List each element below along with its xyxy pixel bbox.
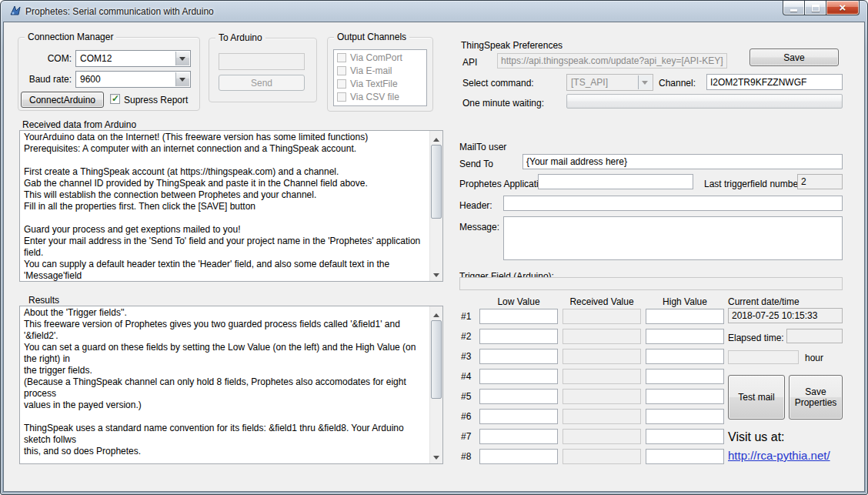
trigger-low-input-4[interactable] [479, 369, 558, 384]
trigger-row-label: #8 [461, 451, 471, 462]
prophetes-application-input[interactable] [538, 174, 693, 189]
trigger-received-input-8[interactable] [563, 449, 641, 464]
to-arduino-input[interactable] [219, 53, 305, 70]
received-data-title: Received data from Arduino [22, 119, 136, 130]
trigger-received-input-7[interactable] [563, 429, 641, 444]
via-csvfile-checkbox[interactable] [337, 92, 346, 102]
trigger-high-input-8[interactable] [646, 449, 724, 464]
via-textfile-label: Via TextFile [350, 79, 398, 89]
output-channels-listbox: Via ComPort Via E-mail Via TextFile Via … [333, 49, 427, 106]
trigger-row-label: #7 [461, 431, 471, 442]
hour-value [728, 350, 799, 364]
connect-arduino-button[interactable]: ConnectArduino [21, 92, 104, 108]
trigger-received-input-4[interactable] [563, 369, 641, 384]
trigger-received-input-1[interactable] [563, 309, 641, 324]
select-command-label: Select command: [462, 78, 534, 89]
trigger-high-input-2[interactable] [646, 329, 724, 344]
elapsed-time-value [786, 329, 843, 343]
trigger-low-input-2[interactable] [479, 329, 558, 344]
api-url-input[interactable] [497, 53, 727, 69]
trigger-low-input-6[interactable] [479, 409, 558, 424]
trigger-low-input-8[interactable] [479, 449, 558, 464]
close-button[interactable]: × [826, 1, 860, 15]
com-port-select[interactable]: COM12 [75, 50, 191, 67]
via-comport-checkbox[interactable] [337, 53, 346, 62]
scroll-down-icon[interactable] [430, 268, 442, 281]
header-input[interactable] [503, 196, 843, 211]
trigger-received-input-6[interactable] [563, 409, 641, 424]
thingspeak-preferences-title: ThingSpeak Preferences [461, 40, 563, 51]
via-textfile-checkbox[interactable] [337, 79, 346, 89]
maximize-button[interactable] [805, 1, 826, 15]
maximize-icon [812, 5, 820, 12]
channel-input[interactable] [706, 74, 843, 90]
com-port-value: COM12 [80, 53, 112, 64]
window-title: Prophetes: Serial communication with Ard… [25, 6, 214, 17]
title-bar[interactable]: Prophetes: Serial communication with Ard… [1, 1, 867, 22]
results-scrollbar[interactable] [429, 306, 442, 463]
trigger-high-input-5[interactable] [646, 389, 724, 404]
trigger-received-input-2[interactable] [563, 329, 641, 344]
trigger-row-label: #2 [461, 331, 471, 342]
trigger-received-input-3[interactable] [563, 349, 641, 364]
website-link[interactable]: http://rca-pythia.net/ [728, 449, 830, 462]
via-comport-label: Via ComPort [350, 52, 402, 63]
trigger-high-input-6[interactable] [646, 409, 724, 424]
minimize-icon [790, 9, 797, 12]
trigger-row-label: #3 [461, 351, 471, 362]
message-input[interactable] [503, 216, 843, 260]
header-label: Header: [459, 200, 492, 211]
supress-report-label: Supress Report [124, 95, 188, 105]
results-title: Results [28, 295, 59, 306]
current-datetime-value: 2018-07-25 10:15:33 [728, 308, 843, 323]
chevron-down-icon[interactable] [175, 72, 189, 86]
chevron-down-icon[interactable] [175, 52, 189, 65]
mailto-user-title: MailTo user [459, 142, 506, 152]
baud-rate-select[interactable]: 9600 [75, 71, 191, 88]
minimize-button[interactable] [783, 1, 805, 15]
received-data-scrollbar[interactable] [429, 131, 442, 281]
send-to-input[interactable] [522, 154, 843, 169]
trigger-high-input-3[interactable] [646, 349, 724, 364]
scrollbar-thumb[interactable] [431, 145, 442, 219]
elapsed-time-label: Elapsed time: [728, 333, 784, 343]
message-label: Message: [459, 222, 499, 232]
trigger-low-input-7[interactable] [479, 429, 558, 444]
connection-manager-title: Connection Manager [25, 32, 116, 42]
save-button[interactable]: Save [749, 48, 839, 66]
received-data-text[interactable]: YourArduino data on the Internet! (This … [20, 131, 429, 281]
baud-rate-value: 9600 [80, 74, 101, 85]
last-triggerfield-value: 2 [797, 174, 843, 189]
select-command-value: [TS_API] [571, 77, 608, 88]
waiting-progress-bar [566, 94, 843, 109]
to-arduino-group: To Arduino [209, 38, 317, 102]
trigger-received-input-5[interactable] [563, 389, 641, 404]
send-button[interactable]: Send [219, 75, 305, 91]
trigger-high-input-7[interactable] [646, 429, 724, 444]
low-value-header: Low Value [479, 296, 558, 307]
chevron-down-icon[interactable] [638, 75, 652, 89]
trigger-low-input-1[interactable] [479, 309, 558, 324]
via-email-label: Via E-mail [350, 65, 392, 76]
supress-report-checkbox[interactable] [110, 94, 120, 104]
trigger-high-input-4[interactable] [646, 369, 724, 384]
via-csvfile-label: Via CSV file [350, 92, 399, 102]
scrollbar-thumb[interactable] [431, 320, 442, 399]
trigger-row-label: #6 [461, 411, 471, 422]
scroll-up-icon[interactable] [430, 306, 442, 319]
trigger-high-input-1[interactable] [646, 309, 724, 324]
trigger-low-input-5[interactable] [479, 389, 558, 404]
save-properties-button[interactable]: Save Properties [789, 375, 843, 420]
results-text[interactable]: About the 'Trigger fields''. This freewa… [20, 306, 429, 463]
scroll-up-icon[interactable] [430, 131, 442, 144]
received-data-textbox: YourArduino data on the Internet! (This … [19, 130, 443, 282]
select-command-select[interactable]: [TS_API] [566, 74, 653, 91]
trigger-row-label: #5 [461, 391, 471, 402]
app-window: Prophetes: Serial communication with Ard… [0, 0, 868, 495]
scroll-down-icon[interactable] [430, 450, 442, 463]
channel-label: Channel: [659, 78, 696, 89]
via-email-checkbox[interactable] [337, 66, 346, 75]
test-mail-button[interactable]: Test mail [728, 375, 785, 420]
trigger-low-input-3[interactable] [479, 349, 558, 364]
com-label: COM: [27, 53, 72, 64]
